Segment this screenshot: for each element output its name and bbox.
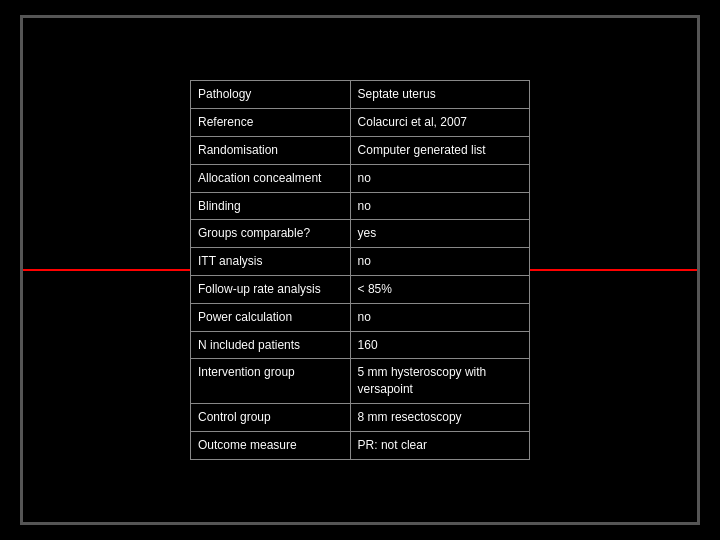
row-label: Pathology — [191, 81, 351, 109]
table-row: Power calculationno — [191, 303, 530, 331]
row-label: N included patients — [191, 331, 351, 359]
row-value: Septate uterus — [350, 81, 529, 109]
table-row: Blindingno — [191, 192, 530, 220]
row-value: yes — [350, 220, 529, 248]
data-table: PathologySeptate uterusReferenceColacurc… — [190, 80, 530, 459]
row-value: no — [350, 303, 529, 331]
row-value: 5 mm hysteroscopy with versapoint — [350, 359, 529, 404]
row-label: Groups comparable? — [191, 220, 351, 248]
table-row: Intervention group5 mm hysteroscopy with… — [191, 359, 530, 404]
row-label: Reference — [191, 109, 351, 137]
table-row: N included patients160 — [191, 331, 530, 359]
outer-border: PathologySeptate uterusReferenceColacurc… — [20, 15, 700, 525]
row-value: 160 — [350, 331, 529, 359]
row-value: no — [350, 164, 529, 192]
row-label: Blinding — [191, 192, 351, 220]
table-wrapper: PathologySeptate uterusReferenceColacurc… — [190, 80, 530, 459]
table-row: RandomisationComputer generated list — [191, 137, 530, 165]
row-label: Randomisation — [191, 137, 351, 165]
row-value: 8 mm resectoscopy — [350, 403, 529, 431]
table-row: PathologySeptate uterus — [191, 81, 530, 109]
row-label: Follow-up rate analysis — [191, 276, 351, 304]
row-label: Control group — [191, 403, 351, 431]
table-row: Control group8 mm resectoscopy — [191, 403, 530, 431]
table-row: ITT analysisno — [191, 248, 530, 276]
table-row: Follow-up rate analysis< 85% — [191, 276, 530, 304]
row-label: Power calculation — [191, 303, 351, 331]
row-value: Computer generated list — [350, 137, 529, 165]
row-value: Colacurci et al, 2007 — [350, 109, 529, 137]
table-row: Outcome measurePR: not clear — [191, 431, 530, 459]
row-label: Allocation concealment — [191, 164, 351, 192]
row-label: ITT analysis — [191, 248, 351, 276]
row-value: no — [350, 192, 529, 220]
table-row: Allocation concealmentno — [191, 164, 530, 192]
table-row: Groups comparable?yes — [191, 220, 530, 248]
row-value: < 85% — [350, 276, 529, 304]
row-value: PR: not clear — [350, 431, 529, 459]
table-row: ReferenceColacurci et al, 2007 — [191, 109, 530, 137]
row-value: no — [350, 248, 529, 276]
row-label: Outcome measure — [191, 431, 351, 459]
row-label: Intervention group — [191, 359, 351, 404]
